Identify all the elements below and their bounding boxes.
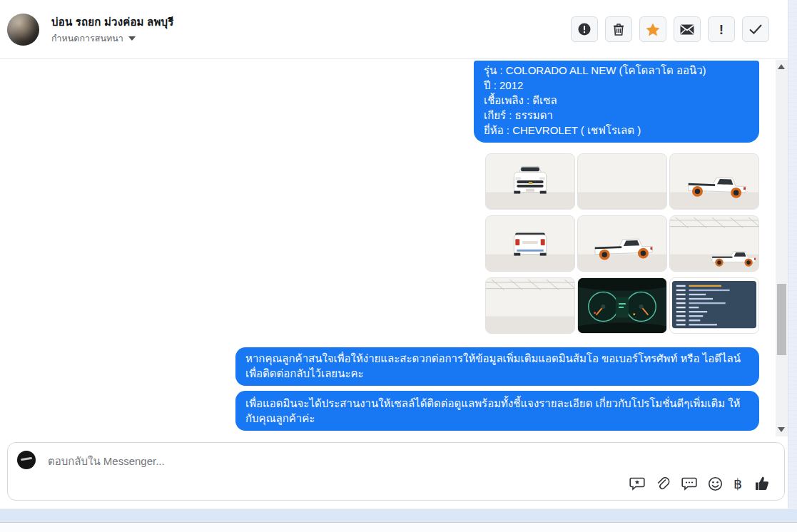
mark-important-button[interactable]: !: [708, 16, 735, 42]
chevron-down-icon: [128, 36, 136, 41]
exclamation-circle-icon: [577, 22, 592, 36]
page-avatar[interactable]: [7, 14, 39, 46]
reply-input[interactable]: ตอบกลับใน Messenger...: [48, 453, 547, 470]
schedule-conversation-dropdown[interactable]: กำหนดการสนทนา: [51, 31, 136, 46]
schedule-label: กำหนดการสนทนา: [51, 31, 123, 46]
envelope-icon: [680, 24, 694, 35]
composer-toolbar: ฿: [629, 474, 771, 493]
photo-grid: [485, 153, 759, 334]
photo-thumbnail-white-pickup-rear-view[interactable]: [485, 215, 575, 272]
paperclip-icon[interactable]: [656, 476, 671, 491]
messenger-inbox-window: บ่อน รถยก ม่วงค่อม ลพบุรี กำหนดการสนทนา: [0, 0, 797, 532]
emoji-icon[interactable]: [708, 476, 723, 491]
delete-button[interactable]: [605, 16, 632, 42]
reply-composer[interactable]: ตอบกลับใน Messenger... ฿: [7, 442, 785, 501]
photo-thumbnail-vehicle-spec-sheet[interactable]: [669, 277, 759, 334]
photo-thumbnail-white-pickup-side-view-left[interactable]: [485, 277, 575, 334]
scrollbar-thumb[interactable]: [777, 284, 786, 355]
photo-thumbnail-white-pickup-side-view-warehouse[interactable]: [669, 215, 759, 272]
photo-thumbnail-white-pickup-rear-quarter-right-view[interactable]: [669, 153, 759, 210]
photo-thumbnail-white-pickup-front-view[interactable]: [485, 153, 575, 210]
conversation-header: บ่อน รถยก ม่วงค่อม ลพบุรี กำหนดการสนทนา: [0, 0, 788, 59]
background-page-bottom: [0, 523, 797, 532]
message-bubble-car-details: รุ่น : COLORADO ALL NEW (โคโดลาโด ออนิว)…: [474, 61, 759, 143]
like-thumb-icon[interactable]: [753, 474, 771, 493]
photo-thumbnail-white-pickup-front-quarter-view[interactable]: [577, 153, 667, 210]
scroll-up-arrow-icon[interactable]: [778, 64, 785, 69]
saved-replies-icon[interactable]: [629, 476, 645, 491]
chat-scrollbar[interactable]: [776, 60, 788, 436]
photo-thumbnail-white-pickup-rear-quarter-left-view[interactable]: [577, 215, 667, 272]
report-spam-button[interactable]: [571, 16, 598, 42]
flag-follow-up-button[interactable]: [639, 16, 666, 42]
message-bubble-contact-request: หากคุณลูกค้าสนใจเพื่อให้ง่ายและสะดวกต่อก…: [235, 347, 759, 386]
own-page-avatar: [17, 451, 36, 469]
scroll-down-arrow-icon[interactable]: [778, 427, 785, 432]
photo-thumbnail-instrument-cluster-photo[interactable]: [577, 277, 667, 334]
check-icon: [748, 24, 763, 35]
background-page-banner: [0, 508, 797, 523]
mark-unread-button[interactable]: [674, 16, 701, 42]
message-bubble-admin-followup: เพื่อแอดมินจะได้ประสานงานให้เซลล์ได้ติดต…: [235, 391, 759, 431]
star-icon: [645, 22, 661, 37]
payment-baht-icon[interactable]: ฿: [733, 476, 742, 491]
trash-icon: [612, 23, 625, 36]
conversation-title: บ่อน รถยก ม่วงค่อม ลพบุรี: [51, 14, 174, 31]
conversation-actions: !: [571, 16, 769, 42]
sticker-comment-icon[interactable]: [681, 476, 697, 491]
exclamation-icon: !: [719, 23, 724, 36]
mark-done-button[interactable]: [742, 16, 769, 42]
background-page-strip: [788, 0, 797, 508]
